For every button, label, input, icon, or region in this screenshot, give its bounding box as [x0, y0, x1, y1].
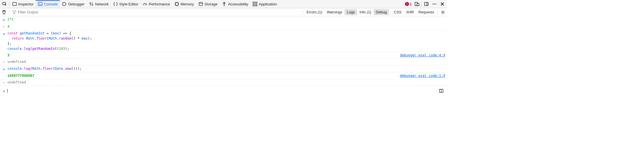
tab-debugger-label: Debugger	[68, 2, 84, 6]
input-chevron-icon	[2, 17, 6, 23]
responsive-mode-icon[interactable]	[413, 0, 421, 8]
svg-rect-8	[253, 5, 254, 6]
filter-css[interactable]: CSS	[392, 9, 404, 15]
tab-performance-label: Performance	[149, 2, 170, 6]
console-log-row: 1699777998987 debugger eval code:1:9	[0, 73, 447, 79]
divider	[438, 10, 438, 15]
more-icon[interactable]	[430, 0, 438, 8]
console-prompt-row[interactable]	[0, 86, 447, 95]
svg-point-4	[199, 2, 202, 3]
output-arrow-icon	[2, 80, 6, 85]
console-output-row: undefined	[0, 59, 447, 65]
dock-side-icon[interactable]	[422, 0, 430, 8]
svg-point-14	[434, 4, 435, 5]
funnel-icon	[12, 10, 16, 14]
tab-style-editor[interactable]: Style Editor	[111, 0, 140, 8]
svg-rect-7	[256, 2, 257, 3]
tab-storage-label: Storage	[204, 2, 218, 6]
input-code: console.log(Math.floor(Date.now()));	[6, 66, 445, 71]
clear-console-icon[interactable]	[0, 8, 8, 16]
output-arrow-icon	[2, 24, 6, 29]
svg-rect-9	[256, 5, 257, 6]
blank-icon	[2, 53, 6, 53]
svg-rect-6	[253, 2, 254, 3]
console-log-row: 3 debugger eval code:4:9	[0, 52, 447, 59]
input-code: 2*2	[6, 17, 445, 22]
svg-point-15	[436, 4, 436, 5]
input-chevron-icon	[2, 89, 6, 93]
svg-rect-1	[13, 3, 17, 6]
filter-xhr[interactable]: XHR	[404, 9, 416, 15]
close-icon[interactable]	[438, 0, 446, 8]
tab-storage[interactable]: Storage	[196, 0, 220, 8]
filter-warnings[interactable]: Warnings	[325, 9, 345, 15]
tab-inspector[interactable]: Inspector	[10, 0, 36, 8]
divider	[9, 10, 9, 15]
svg-rect-11	[417, 3, 419, 6]
filter-debug[interactable]: Debug	[374, 9, 389, 15]
error-badge[interactable]: 1	[404, 1, 413, 7]
tab-style-editor-label: Style Editor	[119, 2, 138, 6]
console-output-row: 4	[0, 23, 447, 30]
devtools-toolbar: Inspector Console Debugger Network Style…	[0, 0, 447, 8]
filter-input[interactable]	[18, 10, 300, 14]
tab-network-label: Network	[95, 2, 109, 6]
tab-console-label: Console	[44, 2, 58, 6]
source-link[interactable]: debugger eval code:4:9	[398, 53, 445, 58]
filter-info[interactable]: Info (1)	[357, 9, 373, 15]
tab-debugger[interactable]: Debugger	[60, 0, 87, 8]
log-value: 1699777998987	[6, 73, 398, 78]
output-value: undefined	[6, 59, 445, 64]
tab-application[interactable]: Application	[250, 0, 279, 8]
console-input-row: console.log(Math.floor(Date.now()));	[0, 65, 447, 73]
tab-memory[interactable]: Memory	[172, 0, 196, 8]
output-value: 4	[6, 24, 445, 29]
filter-errors[interactable]: Errors (1)	[304, 9, 325, 15]
tab-network[interactable]: Network	[87, 0, 111, 8]
console-input-row: const getRandomInt = (max) => { return M…	[0, 30, 447, 52]
svg-point-13	[433, 4, 434, 5]
svg-rect-2	[38, 2, 42, 6]
tab-console[interactable]: Console	[36, 0, 60, 8]
tab-performance[interactable]: Performance	[140, 0, 172, 8]
filter-input-wrap	[11, 10, 302, 14]
input-code: const getRandomInt = (max) => { return M…	[6, 31, 445, 51]
filter-logs[interactable]: Logs	[345, 9, 357, 15]
divider	[9, 1, 9, 7]
divider	[390, 10, 390, 15]
error-icon	[405, 2, 409, 6]
log-value: 3	[6, 53, 398, 58]
console-output-row: undefined	[0, 79, 447, 86]
filter-requests[interactable]: Requests	[416, 9, 436, 15]
svg-rect-3	[175, 3, 178, 5]
output-value: undefined	[6, 80, 445, 85]
console-output: 2*2 4 const getRandomInt = (max) => { re…	[0, 16, 447, 95]
output-arrow-icon	[2, 59, 6, 65]
settings-icon[interactable]	[439, 8, 447, 16]
input-chevron-icon	[2, 66, 6, 72]
tab-accessibility[interactable]: Accessibility	[220, 0, 250, 8]
svg-rect-12	[425, 3, 428, 6]
svg-point-16	[442, 12, 443, 13]
source-link[interactable]: debugger eval code:1:9	[398, 73, 445, 78]
tab-inspector-label: Inspector	[18, 2, 33, 6]
error-count: 1	[410, 2, 412, 6]
svg-point-5	[224, 2, 225, 3]
console-filter-bar: Errors (1) Warnings Logs Info (1) Debug …	[0, 8, 447, 16]
blank-icon	[2, 73, 6, 73]
divider	[303, 10, 303, 15]
split-editor-icon[interactable]	[437, 87, 445, 95]
input-chevron-icon	[2, 31, 6, 37]
text-cursor	[7, 89, 8, 93]
divider	[422, 1, 422, 7]
pick-element-icon[interactable]	[1, 0, 9, 8]
console-input-row: 2*2	[0, 16, 447, 23]
tab-memory-label: Memory	[181, 2, 194, 6]
tab-application-label: Application	[259, 2, 277, 6]
tab-accessibility-label: Accessibility	[228, 2, 248, 6]
